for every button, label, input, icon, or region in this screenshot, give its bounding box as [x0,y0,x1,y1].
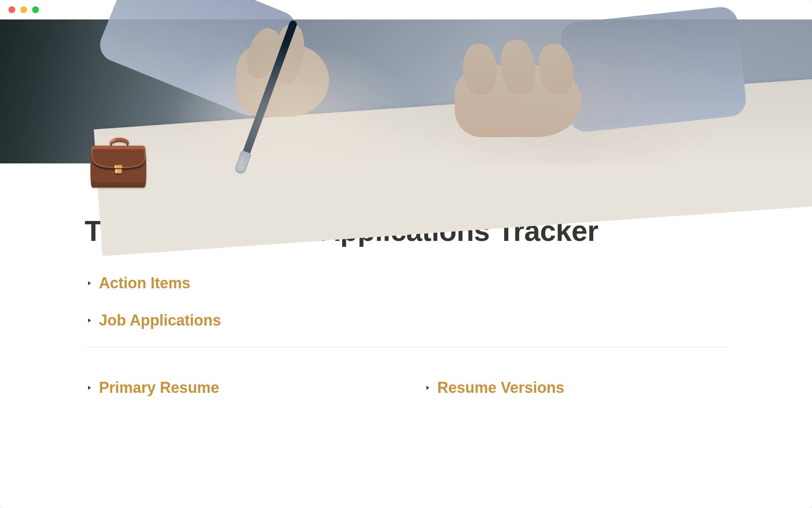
toggle-label: Job Applications [99,312,221,329]
briefcase-icon: 💼 [87,134,150,185]
toggle-primary-resume[interactable]: Primary Resume [85,377,389,398]
section-bottom-columns: Primary Resume Resume Versions [85,377,727,414]
toggle-resume-versions[interactable]: Resume Versions [423,377,727,398]
section-top-toggles: Action Items Job Applications [85,273,727,331]
horizontal-divider [85,347,727,348]
page-cover[interactable]: 💼 [0,19,812,163]
pen-graphic [236,19,298,173]
window-minimize-button[interactable] [20,6,27,13]
app-window: 💼 The Ultimate Job Applications Tracker … [0,0,812,508]
window-maximize-button[interactable] [32,6,39,13]
caret-right-icon [423,383,432,392]
caret-right-icon [85,383,94,392]
toggle-action-items[interactable]: Action Items [85,273,727,294]
toggle-label: Primary Resume [99,379,219,397]
caret-right-icon [85,316,94,325]
caret-right-icon [85,279,94,288]
toggle-job-applications[interactable]: Job Applications [85,310,727,331]
toggle-label: Resume Versions [437,379,564,397]
window-close-button[interactable] [8,6,15,13]
page-icon[interactable]: 💼 [85,125,152,193]
toggle-label: Action Items [99,274,190,292]
